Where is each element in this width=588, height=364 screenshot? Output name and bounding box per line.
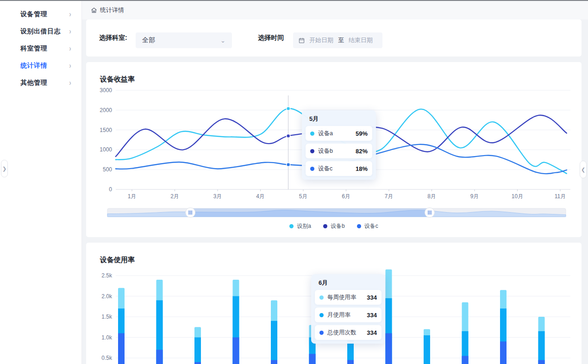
x-axis-tick-label: 10月 bbox=[512, 193, 523, 200]
y-axis-tick-label: 1000 bbox=[100, 146, 112, 153]
y-axis-tick-label: 500 bbox=[103, 166, 112, 173]
tooltip-series-name: 设备c bbox=[318, 165, 332, 173]
tooltip-series-name: 设备b bbox=[318, 147, 333, 155]
bar-segment-total[interactable] bbox=[538, 360, 545, 364]
sidebar-expand-handle[interactable]: ❯ bbox=[1, 160, 8, 177]
end-date-input[interactable]: 结束日期 bbox=[349, 36, 373, 44]
x-axis-tick-label: 4月 bbox=[256, 193, 265, 200]
tooltip-series-value: 59% bbox=[356, 130, 368, 137]
bar-segment-total[interactable] bbox=[500, 341, 507, 364]
legend-item[interactable]: 设备c bbox=[357, 222, 378, 230]
y-axis-tick-label: 0.5k bbox=[101, 355, 113, 361]
revenue-chart-legend: 设别a设备b设备c bbox=[86, 222, 582, 230]
tooltip-series-name: 月使用率 bbox=[327, 311, 350, 319]
legend-item[interactable]: 设别a bbox=[289, 222, 311, 230]
usage-tooltip: 6月 每周使用率334月使用率334总使用次数334 bbox=[311, 274, 385, 344]
revenue-chart-card: 设备收益率 050010001500200030001月2月3月4月5月6月7月… bbox=[86, 62, 582, 237]
bar-segment-monthly[interactable] bbox=[194, 338, 201, 364]
y-axis-tick-label: 2.0k bbox=[101, 293, 113, 300]
x-axis-tick-label: 3月 bbox=[213, 193, 222, 200]
sidebar-item[interactable]: 其他管理› bbox=[0, 74, 81, 91]
bar-segment-total[interactable] bbox=[347, 360, 354, 364]
x-axis-tick-label: 9月 bbox=[470, 193, 479, 200]
series-dot-icon bbox=[319, 313, 324, 317]
sidebar-item[interactable]: 设备管理› bbox=[0, 6, 81, 23]
hover-point-dot bbox=[287, 134, 290, 138]
dept-filter-label: 选择科室: bbox=[99, 34, 127, 42]
filter-panel: 选择科室: 全部 ⌄ 选择时间 开始日期 至 结束日期 bbox=[86, 19, 582, 56]
tooltip-row: 每周使用率334 bbox=[315, 290, 382, 305]
legend-label: 设备c bbox=[364, 222, 378, 230]
x-axis-tick-label: 1月 bbox=[128, 193, 137, 200]
calendar-icon bbox=[299, 38, 305, 44]
sidebar-item-label: 设别出借日志 bbox=[20, 27, 61, 36]
series-dot-icon bbox=[319, 331, 324, 335]
dept-select[interactable]: 全部 ⌄ bbox=[136, 32, 232, 48]
x-axis-tick-label: 2月 bbox=[170, 193, 179, 200]
x-axis-tick-label: 6月 bbox=[342, 193, 350, 200]
panel-collapse-handle[interactable]: ❮ bbox=[580, 161, 587, 178]
y-axis-tick-label: 1.5k bbox=[101, 314, 113, 320]
bar-segment-total[interactable] bbox=[233, 338, 239, 364]
tooltip-series-value: 82% bbox=[356, 148, 368, 155]
date-to-label: 至 bbox=[338, 36, 344, 44]
tooltip-rows: 每周使用率334月使用率334总使用次数334 bbox=[315, 290, 382, 340]
legend-dot-icon bbox=[323, 224, 327, 228]
revenue-tooltip: 5月 设备a59%设备b82%设备c18% bbox=[302, 110, 376, 180]
legend-item[interactable]: 设备b bbox=[323, 222, 345, 230]
date-range-picker[interactable]: 开始日期 至 结束日期 bbox=[293, 32, 382, 48]
series-dot-icon bbox=[310, 167, 314, 171]
x-axis-tick-label: 8月 bbox=[427, 193, 436, 200]
tooltip-series-name: 设备a bbox=[318, 130, 333, 138]
sidebar-item-label: 科室管理 bbox=[20, 44, 47, 53]
sidebar-item[interactable]: 设别出借日志› bbox=[0, 23, 81, 40]
tooltip-series-value: 334 bbox=[367, 329, 377, 336]
breadcrumb-label: 统计详情 bbox=[100, 6, 124, 14]
x-axis-tick-label: 5月 bbox=[299, 193, 308, 200]
bar-segment-total[interactable] bbox=[156, 350, 163, 364]
tooltip-series-value: 334 bbox=[367, 294, 377, 301]
tooltip-header: 5月 bbox=[309, 115, 372, 123]
bar-segment-total[interactable] bbox=[386, 333, 392, 364]
sidebar-item[interactable]: 科室管理› bbox=[0, 40, 81, 57]
datazoom-selection[interactable] bbox=[190, 208, 430, 217]
tooltip-series-value: 18% bbox=[356, 165, 368, 172]
chevron-right-icon: › bbox=[69, 61, 72, 69]
bar-segment-total[interactable] bbox=[462, 356, 469, 364]
tooltip-series-name: 总使用次数 bbox=[327, 329, 357, 337]
chevron-right-icon: › bbox=[69, 10, 72, 18]
sidebar-item-label: 设备管理 bbox=[20, 10, 47, 19]
chevron-right-icon: › bbox=[69, 27, 72, 35]
bar-segment-monthly[interactable] bbox=[271, 321, 277, 364]
chevron-right-icon: › bbox=[69, 78, 72, 87]
app-root: 设备管理›设别出借日志›科室管理›统计详情›其他管理› 统计详情 选择科室: 全… bbox=[0, 0, 588, 364]
tooltip-row: 月使用率334 bbox=[315, 308, 382, 322]
usage-chart-card: 设备使用率 0.5k1.0k1.5k2.0k2.5k 6月 每周使用率334月使… bbox=[86, 243, 582, 364]
hover-point-dot bbox=[287, 107, 290, 110]
start-date-input[interactable]: 开始日期 bbox=[309, 36, 333, 44]
bar-segment-monthly[interactable] bbox=[538, 331, 545, 364]
tooltip-series-value: 334 bbox=[367, 312, 377, 319]
legend-label: 设备b bbox=[331, 222, 345, 230]
bar-segment-total[interactable] bbox=[118, 333, 125, 364]
tooltip-row: 设备c18% bbox=[306, 161, 372, 176]
bar-segment-monthly[interactable] bbox=[424, 335, 430, 364]
sidebar-item[interactable]: 统计详情› bbox=[0, 57, 81, 74]
y-axis-tick-label: 2.5k bbox=[101, 272, 113, 279]
bar-segment-total[interactable] bbox=[271, 360, 277, 364]
legend-dot-icon bbox=[357, 224, 361, 228]
tooltip-rows: 设备a59%设备b82%设备c18% bbox=[306, 126, 372, 176]
tooltip-series-name: 每周使用率 bbox=[327, 294, 357, 301]
y-axis-tick-label: 1500 bbox=[100, 127, 112, 133]
bar-segment-total[interactable] bbox=[194, 362, 201, 364]
home-icon bbox=[91, 7, 97, 13]
breadcrumb-bar: 统计详情 bbox=[82, 1, 588, 19]
y-axis-tick-label: 1.0k bbox=[101, 334, 113, 341]
sidebar: 设备管理›设别出借日志›科室管理›统计详情›其他管理› bbox=[0, 1, 82, 364]
tooltip-row: 总使用次数334 bbox=[315, 325, 382, 340]
bar-segment-total[interactable] bbox=[309, 354, 316, 364]
breadcrumb[interactable]: 统计详情 bbox=[91, 6, 124, 14]
x-axis-tick-label: 11月 bbox=[555, 193, 566, 200]
series-dot-icon bbox=[310, 149, 314, 153]
time-filter-label: 选择时间 bbox=[258, 34, 284, 42]
